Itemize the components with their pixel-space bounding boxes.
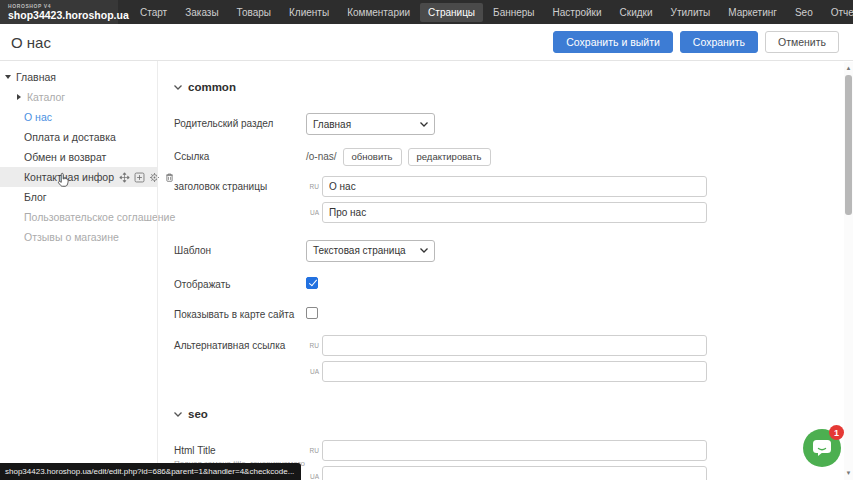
lang-ru-badge: RU	[306, 342, 319, 349]
display-label: Отображать	[174, 274, 306, 292]
lang-ru-badge: RU	[306, 183, 319, 190]
lang-ua-badge: UA	[306, 368, 319, 375]
caret-down-icon[interactable]	[5, 75, 11, 79]
alt-link-label: Альтернативная ссылка	[174, 335, 306, 382]
chat-bubble-icon	[812, 439, 832, 457]
lang-ua-badge: UA	[306, 473, 319, 480]
nav-tovary[interactable]: Товары	[229, 3, 279, 22]
nav-klienty[interactable]: Клиенты	[281, 3, 337, 22]
save-button[interactable]: Сохранить	[680, 31, 758, 54]
chevron-down-icon	[420, 122, 428, 127]
tree-item-blog[interactable]: Блог	[0, 187, 157, 207]
template-select[interactable]: Текстовая страница	[306, 240, 435, 262]
nav-stranitsy[interactable]: Страницы	[420, 3, 483, 22]
tree-item-oplata-i-dostavka[interactable]: Оплата и доставка	[0, 127, 157, 147]
page-title-label: заголовок страницы	[174, 176, 306, 223]
page-title-ru-input[interactable]	[322, 176, 707, 197]
section-seo-header[interactable]: seo	[174, 408, 853, 420]
link-edit-button[interactable]: редактировать	[408, 148, 491, 166]
logo-version: HOROSHOP V4	[8, 4, 108, 9]
sitemap-checkbox[interactable]	[306, 307, 318, 319]
nav-otchety[interactable]: Отчеты	[823, 3, 853, 22]
vertical-scrollbar[interactable]: ▲ ▼	[844, 62, 853, 480]
header-actions: Сохранить и выйти Сохранить Отменить	[553, 31, 839, 54]
app-window: HOROSHOP V4 shop34423.horoshop.ua Старт …	[0, 0, 853, 480]
caret-right-icon[interactable]	[17, 94, 21, 100]
lang-ru-badge: RU	[306, 447, 319, 454]
nav-kommentarii[interactable]: Комментарии	[339, 3, 418, 22]
cancel-button[interactable]: Отменить	[765, 31, 839, 54]
link-update-button[interactable]: обновить	[343, 148, 402, 166]
pages-tree: Главная Каталог О нас Оплата и доставка …	[0, 61, 157, 480]
template-label: Шаблон	[174, 240, 306, 262]
nav-marketing[interactable]: Маркетинг	[720, 3, 785, 22]
link-label: Ссылка	[174, 146, 306, 166]
move-icon[interactable]	[119, 172, 130, 183]
parent-section-label: Родительский раздел	[174, 113, 306, 135]
html-title-ru-input[interactable]	[322, 440, 707, 461]
main-area: Главная Каталог О нас Оплата и доставка …	[0, 61, 853, 480]
lang-ua-badge: UA	[306, 209, 319, 216]
link-path-value: /o-nas/	[306, 151, 337, 162]
scroll-up-arrow-icon[interactable]: ▲	[844, 64, 853, 73]
alt-link-ua-input[interactable]	[322, 361, 707, 382]
main-nav: Старт Заказы Товары Клиенты Комментарии …	[132, 3, 853, 22]
add-page-icon[interactable]	[134, 172, 145, 183]
tree-item-o-nas[interactable]: О нас	[0, 107, 157, 127]
nav-zakazy[interactable]: Заказы	[177, 3, 226, 22]
section-common-title: common	[188, 81, 236, 93]
chevron-down-icon	[420, 248, 428, 253]
status-url-tooltip: shop34423.horoshop.ua/edit/edit.php?id=6…	[0, 463, 301, 480]
tree-item-kontaktnaya-informatsiya[interactable]: Контактная инфор	[0, 167, 157, 187]
section-seo-title: seo	[188, 408, 208, 420]
page-header: О нас Сохранить и выйти Сохранить Отмени…	[0, 24, 853, 61]
tree-item-katalog[interactable]: Каталог	[0, 87, 157, 107]
save-and-exit-button[interactable]: Сохранить и выйти	[553, 31, 673, 54]
logo[interactable]: HOROSHOP V4 shop34423.horoshop.ua	[0, 0, 118, 24]
page-title: О нас	[11, 34, 51, 51]
nav-bannery[interactable]: Баннеры	[485, 3, 542, 22]
alt-link-ru-input[interactable]	[322, 335, 707, 356]
nav-nastroyki[interactable]: Настройки	[545, 3, 610, 22]
nav-start[interactable]: Старт	[132, 3, 175, 22]
display-checkbox[interactable]	[306, 277, 318, 289]
parent-section-select[interactable]: Главная	[306, 113, 435, 135]
scrollbar-thumb[interactable]	[845, 75, 852, 215]
page-title-ua-input[interactable]	[322, 202, 707, 223]
edit-form: common Родительский раздел Главная Ссылк…	[157, 61, 853, 480]
tree-item-obmen-i-vozvrat[interactable]: Обмен и возврат	[0, 147, 157, 167]
scroll-down-arrow-icon[interactable]: ▼	[844, 469, 853, 478]
collapse-chevron-icon	[174, 412, 182, 417]
logo-domain: shop34423.horoshop.ua	[8, 10, 108, 21]
nav-seo[interactable]: Seo	[787, 3, 821, 22]
chat-widget-button[interactable]: 1	[803, 429, 841, 467]
html-title-ua-input[interactable]	[322, 466, 707, 480]
collapse-chevron-icon	[174, 85, 182, 90]
tree-item-polzovatelskoe-soglashenie[interactable]: Пользовательское соглашение	[0, 207, 157, 227]
chat-unread-badge: 1	[829, 425, 844, 440]
topbar: HOROSHOP V4 shop34423.horoshop.ua Старт …	[0, 0, 853, 24]
section-common-header[interactable]: common	[174, 81, 853, 93]
tree-item-otzyvy-o-magazine[interactable]: Отзывы о магазине	[0, 227, 157, 247]
tree-item-glavnaya[interactable]: Главная	[0, 67, 157, 87]
sitemap-label: Показывать в карте сайта	[174, 304, 306, 322]
nav-utility[interactable]: Утилиты	[663, 3, 719, 22]
nav-skidki[interactable]: Скидки	[612, 3, 661, 22]
